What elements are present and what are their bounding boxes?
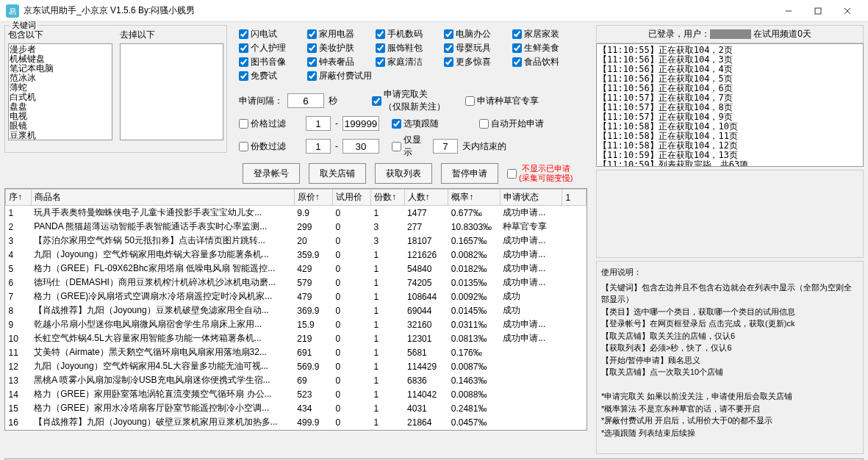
keywords-label: 关键词 xyxy=(10,20,38,31)
table-row[interactable]: 15格力（GREE）家用水冷塔扇客厅卧室节能遥控制冷小空调...43401403… xyxy=(6,401,587,415)
login-status: 已登录，用户： 在试用频道0天 xyxy=(596,25,864,43)
auto-start-checkbox[interactable]: 自动开始申请 xyxy=(479,118,553,130)
table-row[interactable]: 7格力（GREE)冷风扇塔式空调扇水冷塔扇遥控定时冷风机家...47901108… xyxy=(6,290,587,303)
log-line: 【11:10:59】列表获取完毕。共63项 xyxy=(598,160,861,167)
column-header[interactable]: 序↑ xyxy=(6,190,32,206)
table-row[interactable]: 9乾越小吊扇小型迷你电风扇微风扇宿舍学生吊扇床上家用...15.90132160… xyxy=(6,317,587,331)
category-checkbox[interactable]: 手机数码 xyxy=(376,28,438,40)
table-row[interactable]: 3【苏泊尔家用空气炸锅 50元抵扣券】点击详情页图片跳转...200318107… xyxy=(6,234,587,248)
only-show-suffix: 天内结束的 xyxy=(462,140,506,153)
table-row[interactable]: 2PANDA 熊猫超薄运动智能手表智能通话手表实时心率监测...29903277… xyxy=(6,220,587,234)
category-checkbox[interactable]: 电脑办公 xyxy=(444,28,506,40)
interval-input[interactable] xyxy=(287,93,324,108)
table-row[interactable]: 12九阳（Joyoung）空气炸锅家用4.5L大容量多功能无油可视...569.… xyxy=(6,359,587,373)
product-table[interactable]: 序↑商品名原价↑试用价份数↑人数↑概率↑申请状态1 1玩具手表奥特曼蜘蛛侠电子儿… xyxy=(4,188,587,431)
table-row[interactable]: 11艾美特（Airmate）黑天鹅空气循环扇电风扇家用落地扇32...69101… xyxy=(6,345,587,359)
category-checkbox[interactable]: 家用电器 xyxy=(307,28,370,40)
app-icon: 易 xyxy=(6,4,19,18)
table-row[interactable]: 5格力（GREE）FL-09X62Bhc家用塔扇 低噪电风扇 智能遥控...42… xyxy=(6,262,587,276)
column-header[interactable]: 试用价 xyxy=(332,190,370,206)
pause-button[interactable]: 暂停申请 xyxy=(441,163,498,184)
column-header[interactable]: 申请状态 xyxy=(500,190,562,206)
include-listbox[interactable]: 漫步者机械键盘笔记本电脑范冰冰薄蛇白式机盘盘电视眼镜豆浆机空气炸锅风扇 xyxy=(8,43,112,140)
count-max-input[interactable] xyxy=(342,139,379,154)
category-checkbox[interactable]: 个人护理 xyxy=(239,42,301,54)
exclude-listbox[interactable] xyxy=(120,43,224,140)
log-box[interactable]: 【11:10:55】正在获取104，2页【11:10:56】正在获取104，3页… xyxy=(596,43,864,167)
category-checkbox[interactable]: 家居家装 xyxy=(512,28,575,40)
table-row[interactable]: 6德玛仕（DEMASHI）商用豆浆机榨汁机碎冰机沙冰机电动磨...5790174… xyxy=(6,276,587,290)
interval-unit: 秒 xyxy=(329,95,337,107)
column-header[interactable]: 商品名 xyxy=(31,190,294,206)
price-min-input[interactable] xyxy=(306,116,331,131)
category-checkbox[interactable]: 食品饮料 xyxy=(512,56,575,68)
category-checkbox[interactable]: 家庭清洁 xyxy=(376,56,438,68)
cancel-shop-button[interactable]: 取关店铺 xyxy=(309,163,366,184)
interval-label: 申请间隔： xyxy=(239,95,283,107)
category-checkbox[interactable]: 美妆护肤 xyxy=(307,42,370,54)
preview-box xyxy=(596,170,864,258)
seed-only-checkbox[interactable]: 申请种草官专享 xyxy=(465,95,539,107)
category-checkbox[interactable]: 屏蔽付费试用 xyxy=(307,70,381,82)
close-button[interactable] xyxy=(833,1,862,21)
table-row[interactable]: 16【肖战推荐】九阳（Joyoung）破壁豆浆机家用豆浆机加热多...499.9… xyxy=(6,415,587,429)
column-header[interactable]: 份数↑ xyxy=(370,190,404,206)
count-min-input[interactable] xyxy=(306,139,331,154)
login-button[interactable]: 登录帐号 xyxy=(243,163,300,184)
count-filter-checkbox[interactable]: 份数过滤 xyxy=(239,140,301,153)
svg-rect-3 xyxy=(815,8,821,14)
table-row[interactable]: 4九阳（Joyoung）空气炸锅家用电炸锅大容量多功能薯条机...359.901… xyxy=(6,248,587,262)
category-checkbox[interactable]: 图书音像 xyxy=(239,56,301,68)
table-row[interactable]: 14格力（GREE）家用卧室落地涡轮直流变频空气循环扇 办公...5230111… xyxy=(6,387,587,401)
minimize-button[interactable] xyxy=(774,1,803,21)
column-header[interactable]: 概率↑ xyxy=(448,190,501,206)
price-filter-checkbox[interactable]: 价格过滤 xyxy=(239,118,301,130)
category-checkbox[interactable]: 免费试 xyxy=(239,70,301,82)
help-box: 使用说明： 【关键词】包含左边并且不包含右边就会在列表中显示（全部为空则全部显示… xyxy=(596,261,864,454)
table-row[interactable]: 1玩具手表奥特曼蜘蛛侠电子儿童卡通投影手表宝宝幼儿女...9.90114770.… xyxy=(6,206,587,220)
column-header[interactable]: 1 xyxy=(562,190,587,206)
category-checkbox[interactable]: 生鲜美食 xyxy=(512,42,575,54)
exclude-label: 去掉以下 xyxy=(120,29,224,41)
finish-unfollow-checkbox[interactable]: 申请完取关（仅限新关注） xyxy=(372,88,445,113)
category-checkbox[interactable]: 闪电试 xyxy=(239,28,301,40)
table-row[interactable]: 8【肖战推荐】九阳（Joyoung）豆浆机破壁免滤家用全自动...369.901… xyxy=(6,303,587,317)
category-grid: 闪电试家用电器手机数码电脑办公家居家装个人护理美妆护肤服饰鞋包母婴玩具生鲜美食图… xyxy=(236,25,587,85)
table-row[interactable]: 13黑桃A 喷雾小风扇加湿制冷USB充电风扇迷你便携式学生宿...6901683… xyxy=(6,373,587,387)
hide-applied-checkbox[interactable]: 不显示已申请(采集可能变慢) xyxy=(507,164,581,183)
follow-option-checkbox[interactable]: 选项跟随 xyxy=(392,118,454,130)
category-checkbox[interactable]: 母婴玩具 xyxy=(444,42,506,54)
category-checkbox[interactable]: 更多惊喜 xyxy=(444,56,506,68)
window-title: 京东试用助手_小京京 V1.5.6 By:闷骚小贱男 xyxy=(24,4,774,17)
only-show-days-input[interactable] xyxy=(433,139,458,154)
column-header[interactable]: 原价↑ xyxy=(294,190,332,206)
table-row[interactable]: 10长虹空气炸锅4.5L大容量家用智能多功能一体烤箱薯条机...21901123… xyxy=(6,331,587,345)
only-show-checkbox[interactable]: 仅显示 xyxy=(392,134,428,159)
category-checkbox[interactable]: 钟表奢品 xyxy=(307,56,370,68)
category-checkbox[interactable]: 服饰鞋包 xyxy=(376,42,438,54)
price-max-input[interactable] xyxy=(342,116,379,131)
svg-text:易: 易 xyxy=(9,7,16,15)
maximize-button[interactable] xyxy=(803,1,833,21)
get-list-button[interactable]: 获取列表 xyxy=(375,163,432,184)
column-header[interactable]: 人数↑ xyxy=(404,190,448,206)
table-row[interactable]: 17九阳（Joyoung）空气炸锅家用智能4.5L大容量多功能电炸...669.… xyxy=(6,429,587,431)
